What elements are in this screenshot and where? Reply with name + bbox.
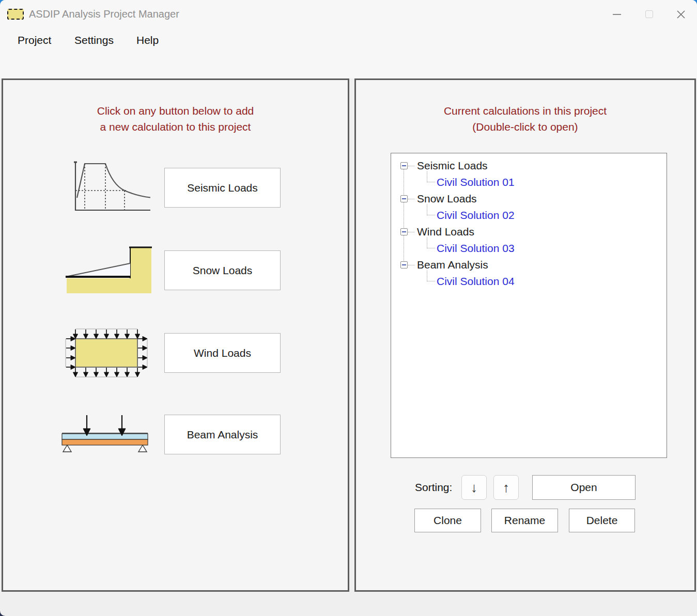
maximize-icon [645,10,653,18]
tree-node-wind-loads[interactable]: Wind Loads [417,224,474,240]
tree-connector-elbow [427,204,435,215]
sort-ascending-button[interactable]: ↑ [493,475,519,500]
seismic-loads-button[interactable]: Seismic Loads [164,168,281,208]
tree-leaf-civil-solution-01[interactable]: Civil Solution 01 [437,174,515,191]
tree-connector-elbow [427,238,435,248]
left-panel-header: Click on any button below to add a new c… [3,103,348,135]
tree-connector-stub [408,199,414,199]
delete-button[interactable]: Delete [569,509,635,532]
wind-pressure-plan-icon [58,323,159,381]
response-spectrum-icon [60,155,153,216]
tree-connector-elbow [427,271,435,281]
left-header-line1: Click on any button below to add [3,103,348,119]
clone-button[interactable]: Clone [414,509,481,532]
window-controls [601,0,697,28]
tree-connector-stub [408,166,414,166]
app-slab-icon [7,9,24,20]
toolbar: Kg i [0,52,697,78]
menu-project[interactable]: Project [16,28,53,52]
right-panel-header: Current calculations in this project (Do… [356,103,694,135]
snow-loads-button[interactable]: Snow Loads [164,250,281,290]
close-button[interactable] [665,0,697,28]
tree-collapse-icon[interactable] [400,162,408,169]
beam-loading-icon [56,412,159,456]
minimize-button[interactable] [601,0,633,28]
tree-connector-elbow [427,171,435,182]
sort-descending-button[interactable]: ↓ [461,475,487,500]
minimize-icon [613,14,621,15]
left-header-line2: a new calculation to this project [3,119,348,135]
app-window: ASDIP Analysis Project Manager Project S… [0,0,697,616]
beam-analysis-button[interactable]: Beam Analysis [164,415,281,454]
calculations-tree[interactable]: Seismic Loads Civil Solution 01 Snow Loa… [391,153,667,458]
arrow-down-icon: ↓ [471,480,477,496]
tree-collapse-icon[interactable] [400,195,408,202]
tree-connector-stub [408,232,414,232]
tree-child-row: Civil Solution 02 [391,207,667,224]
tree-collapse-icon[interactable] [400,261,408,268]
menu-settings[interactable]: Settings [72,28,116,52]
tree-child-row: Civil Solution 04 [391,273,667,290]
left-panel: Click on any button below to add a new c… [2,78,349,592]
tree-child-row: Civil Solution 01 [391,174,667,191]
menu-bar: Project Settings Help [0,28,697,52]
tree-leaf-civil-solution-03[interactable]: Civil Solution 03 [437,240,515,257]
tree-collapse-icon[interactable] [400,228,408,235]
maximize-button[interactable] [633,0,665,28]
right-header-line1: Current calculations in this project [356,103,694,119]
tree-leaf-civil-solution-02[interactable]: Civil Solution 02 [437,207,515,224]
right-panel: Current calculations in this project (Do… [354,78,696,592]
tree-leaf-civil-solution-04[interactable]: Civil Solution 04 [437,273,515,290]
sorting-label: Sorting: [415,475,452,500]
right-header-line2: (Double-click to open) [356,119,694,135]
snow-drift-icon [59,240,152,296]
menu-help[interactable]: Help [134,28,161,52]
tree-connector-stub [408,265,414,265]
tree-child-row: Civil Solution 03 [391,240,667,257]
rename-button[interactable]: Rename [491,509,558,532]
wind-loads-button[interactable]: Wind Loads [164,333,281,373]
tree-node-snow-loads[interactable]: Snow Loads [417,191,477,207]
arrow-up-icon: ↑ [503,480,509,496]
window-title: ASDIP Analysis Project Manager [29,0,179,28]
title-bar: ASDIP Analysis Project Manager [0,0,697,28]
open-calculation-button[interactable]: Open [532,475,636,500]
close-icon [676,10,686,19]
